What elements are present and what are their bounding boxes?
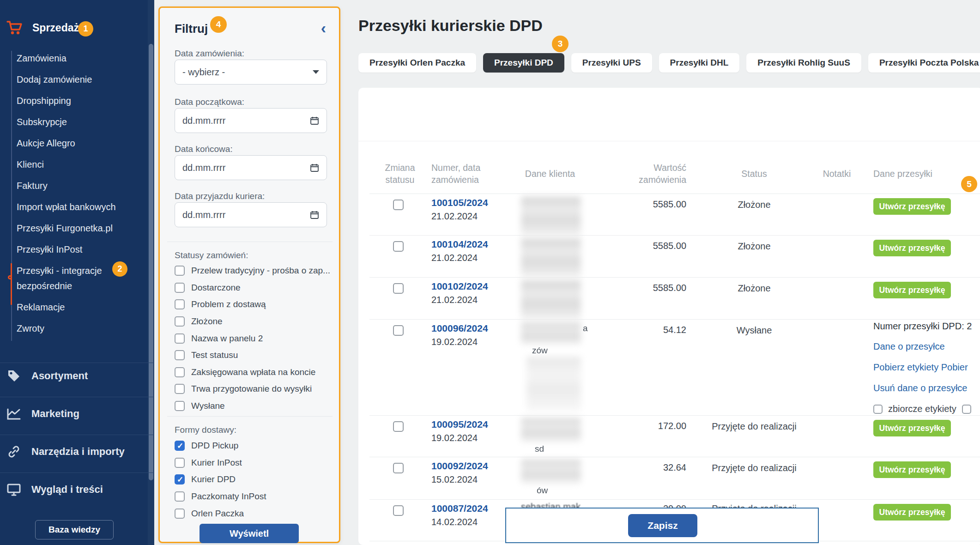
tab-rohlig-suus[interactable]: Przesyłki Rohlig SuuS (746, 53, 861, 73)
calendar-icon (310, 163, 319, 172)
create-shipment-button[interactable]: Utwórz przesyłkę (873, 240, 951, 256)
sidebar-item-reklamacje[interactable]: Reklamacje (17, 297, 140, 318)
checkbox[interactable] (175, 316, 185, 327)
checkbox[interactable] (175, 384, 185, 394)
order-number-link[interactable]: 100104/2024 (431, 239, 488, 249)
checkbox[interactable] (175, 299, 185, 309)
chevron-down-icon (313, 70, 319, 74)
status-option[interactable]: Złożone (175, 313, 330, 330)
checkbox[interactable] (175, 474, 185, 484)
sidebar-item-inpost[interactable]: Przesyłki InPost (17, 239, 140, 260)
sidebar-divider (0, 363, 154, 363)
shipment-details-link[interactable]: Dane o przesyłce (873, 341, 972, 352)
order-number-link[interactable]: 100092/2024 (431, 460, 488, 471)
create-shipment-button[interactable]: Utwórz przesyłkę (873, 198, 951, 215)
checkbox[interactable] (175, 333, 185, 344)
delivery-option[interactable]: Kurier InPost (175, 454, 266, 472)
order-date: 21.02.2024 (431, 253, 488, 263)
checkbox[interactable] (175, 350, 185, 360)
checkbox[interactable] (175, 441, 185, 451)
row-checkbox[interactable] (393, 200, 404, 210)
sidebar-section-sales[interactable]: Sprzedaż (6, 20, 79, 35)
checkbox[interactable] (175, 266, 185, 276)
row-checkbox[interactable] (393, 421, 404, 432)
checkbox[interactable] (175, 491, 185, 502)
row-checkbox[interactable] (393, 325, 404, 336)
order-status: Złożone (685, 200, 823, 210)
row-checkbox[interactable] (393, 505, 404, 516)
delivery-option[interactable]: DPD Pickup (175, 437, 266, 454)
show-results-button[interactable]: Wyświetl (200, 524, 299, 543)
sidebar-item-faktury[interactable]: Faktury (17, 175, 140, 196)
tab-orlen-paczka[interactable]: Przesyłki Orlen Paczka (358, 53, 476, 73)
delivery-option[interactable]: Orlen Paczka (175, 505, 266, 522)
create-shipment-button[interactable]: Utwórz przesyłkę (873, 504, 951, 521)
order-number-link[interactable]: 100087/2024 (431, 503, 488, 514)
create-shipment-button[interactable]: Utwórz przesyłkę (873, 461, 951, 478)
tab-dhl[interactable]: Przesyłki DHL (659, 53, 740, 73)
collapse-panel-icon[interactable]: ‹ (321, 19, 326, 37)
sidebar-divider (0, 435, 154, 435)
status-option[interactable]: Wysłane (175, 398, 330, 415)
create-shipment-button[interactable]: Utwórz przesyłkę (873, 282, 951, 298)
sidebar-section-narzedzia[interactable]: Narzędzia i importy (6, 444, 125, 459)
status-option[interactable]: Przelew tradycyjny - prośba o zap... (175, 262, 330, 279)
create-shipment-button[interactable]: Utwórz przesyłkę (873, 420, 951, 436)
order-number-link[interactable]: 100095/2024 (431, 419, 488, 430)
status-option[interactable]: Zaksięgowana wpłata na koncie (175, 364, 330, 381)
delivery-option-label: Paczkomaty InPost (191, 491, 266, 502)
order-number-link[interactable]: 100096/2024 (431, 323, 488, 333)
sidebar-item-aukcje-allegro[interactable]: Aukcje Allegro (17, 133, 140, 154)
status-option[interactable]: Nazwa w panelu 2 (175, 330, 330, 347)
status-option[interactable]: Dostarczone (175, 279, 330, 297)
order-number-link[interactable]: 100105/2024 (431, 197, 488, 208)
delivery-option[interactable]: Paczkomaty InPost (175, 488, 266, 505)
order-date-select[interactable]: - wybierz - (175, 60, 327, 85)
sidebar-item-import-wplat[interactable]: Import wpłat bankowych (17, 196, 140, 218)
tab-dpd[interactable]: Przesyłki DPD (483, 53, 564, 73)
delivery-option[interactable]: Kurier DPD (175, 471, 266, 488)
sidebar-item-furgonetka[interactable]: Przesyłki Furgonetka.pl (17, 218, 140, 239)
bulk-labels-label: zbiorcze etykiety (888, 404, 956, 414)
status-option-label: Problem z dostawą (191, 299, 266, 309)
status-option[interactable]: Test statusu (175, 347, 330, 364)
courier-date-input[interactable]: dd.mm.rrrr (175, 202, 327, 227)
checkbox[interactable] (175, 509, 185, 519)
tab-ups[interactable]: Przesyłki UPS (571, 53, 652, 73)
sidebar-item-subskrypcje[interactable]: Subskrypcje (17, 111, 140, 133)
row-checkbox[interactable] (393, 283, 404, 294)
sidebar-item-dropshipping[interactable]: Dropshipping (17, 90, 140, 111)
sidebar-item-zamowienia[interactable]: Zamówienia (17, 48, 140, 69)
checkbox[interactable] (175, 367, 185, 377)
bulk-labels-checkbox[interactable] (873, 405, 883, 414)
order-number-link[interactable]: 100102/2024 (431, 281, 488, 291)
bulk-labels-checkbox-2[interactable] (962, 405, 971, 414)
status-option[interactable]: Trwa przygotowanie do wysyłki (175, 381, 330, 398)
date-start-input[interactable]: dd.mm.rrrr (175, 108, 327, 133)
sidebar-section-marketing[interactable]: Marketing (6, 406, 79, 421)
download-labels-link[interactable]: Pobierz etykiety Pobier (873, 362, 972, 373)
sidebar-item-dodaj-zamowienie[interactable]: Dodaj zamówienie (17, 69, 140, 90)
order-date: 19.02.2024 (431, 433, 488, 443)
carrier-tabs: Przesyłki Orlen Paczka Przesyłki DPD Prz… (358, 53, 980, 73)
save-button[interactable]: Zapisz (628, 514, 697, 537)
status-option[interactable]: Problem z dostawą (175, 296, 330, 313)
link-icon (6, 444, 21, 459)
delete-shipment-link[interactable]: Usuń dane o przesyłce (873, 383, 972, 394)
checkbox[interactable] (175, 458, 185, 468)
courier-date-label: Data przyjazdu kuriera: (175, 191, 265, 201)
checkbox[interactable] (175, 283, 185, 293)
sidebar-section-asortyment[interactable]: Asortyment (6, 369, 88, 383)
table-row: 100105/2024 21.02.2024 5585.00 Złożone U… (369, 194, 980, 236)
row-checkbox[interactable] (393, 463, 404, 473)
sidebar-item-zwroty[interactable]: Zwroty (17, 318, 140, 339)
sidebar-item-klienci[interactable]: Klienci (17, 154, 140, 175)
calendar-icon (310, 210, 319, 219)
sidebar-scrollbar-thumb[interactable] (149, 44, 153, 480)
row-checkbox[interactable] (393, 241, 404, 252)
knowledge-base-button[interactable]: Baza wiedzy (35, 520, 114, 539)
checkbox[interactable] (175, 401, 185, 411)
tab-poczta-polska[interactable]: Przesyłki Poczta Polska (868, 53, 980, 73)
date-end-input[interactable]: dd.mm.rrrr (175, 155, 327, 180)
sidebar-section-wyglad[interactable]: Wygląd i treści (6, 482, 103, 497)
